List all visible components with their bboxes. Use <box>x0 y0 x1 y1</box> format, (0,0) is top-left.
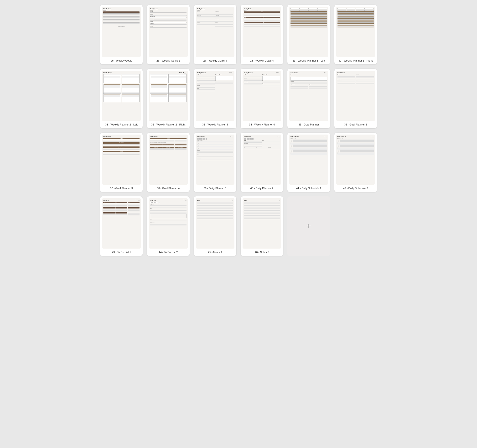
card-39[interactable]: Daily Planner Date: ___ MTWTFSS Today's … <box>194 133 236 192</box>
card-27[interactable]: Weekly Goals Week of: ___________ MONDAY… <box>194 5 236 64</box>
card-label-36: 36 - Goal Planner 2 <box>344 123 367 126</box>
card-label-26: 26 - Weekly Goals 2 <box>156 59 180 62</box>
card-label-44: 44 - To Do List 2 <box>159 251 178 254</box>
card-preview-33: Weekly Planner Work of: ___ Top Goals Go… <box>196 71 234 121</box>
card-preview-38: Goal Planner GOALS PART 1 PART 2 <box>149 135 187 185</box>
card-label-32: 32 - Weekly Planner 2 - Right <box>151 123 185 126</box>
card-label-42: 42 - Daily Schedule 2 <box>343 187 368 190</box>
card-preview-43: To Do List Week of: ___ MON TUE <box>102 198 141 249</box>
card-46[interactable]: Notes Date: ___ 46 - Notes 2 <box>241 196 283 256</box>
add-card[interactable]: + <box>287 196 330 256</box>
card-38[interactable]: Goal Planner GOALS PART 1 PART 2 <box>147 133 189 192</box>
card-label-35: 35 - Goal Planner <box>298 123 319 126</box>
card-preview-35: Goal Planner Date: ___ Goals: __________… <box>289 71 328 121</box>
card-37[interactable]: Goal Planner GOALS STRATEGIES ACTION STE… <box>100 133 143 192</box>
card-36[interactable]: Goal Planner Goals Strategies Action Ste… <box>334 69 377 128</box>
card-label-37: 37 - Goal Planner 3 <box>110 187 133 190</box>
card-preview-37: Goal Planner GOALS STRATEGIES ACTION STE… <box>102 135 141 185</box>
card-preview-34: Weekly Planner Work of: ___ Top Goals: S… <box>243 71 281 121</box>
card-preview-46: Notes Date: ___ <box>243 198 281 249</box>
card-41[interactable]: Daily Schedule Date: ___ Today's schedul… <box>287 133 330 192</box>
card-label-30: 30 - Weekly Planner 1 - Right <box>338 59 373 62</box>
card-preview-44: To Do List Date: ___ MTWTFSS Top priorit… <box>149 198 187 249</box>
card-preview-26: Weekly Goals Week of: ___________ MONDAY… <box>149 7 187 57</box>
card-label-43: 43 - To Do List 1 <box>112 251 131 254</box>
plus-icon: + <box>306 222 311 230</box>
card-preview-28: Weekly Goals Week of: ___________ MON WE… <box>243 7 281 57</box>
card-44[interactable]: To Do List Date: ___ MTWTFSS Top priorit… <box>147 196 189 256</box>
card-label-46: 46 - Notes 2 <box>255 251 269 254</box>
card-label-33: 33 - Weekly Planner 3 <box>202 123 228 126</box>
card-33[interactable]: Weekly Planner Work of: ___ Top Goals Go… <box>194 69 236 128</box>
card-32[interactable]: Work of: ___32 - Weekly Planner 2 - Righ… <box>147 69 189 128</box>
card-label-45: 45 - Notes 1 <box>208 251 222 254</box>
card-preview-40: Daily Planner Date: ___ MTWTFSS Goals: T… <box>243 135 281 185</box>
card-preview-27: Weekly Goals Week of: ___________ MONDAY… <box>196 7 234 57</box>
card-42[interactable]: Daily Schedule Date: ___ Today's schedul… <box>334 133 377 192</box>
card-25[interactable]: Weekly Goals Week of: ___________ ACHIEV… <box>100 5 143 64</box>
card-preview-39: Daily Planner Date: ___ MTWTFSS Today's … <box>196 135 234 185</box>
card-preview-29 <box>289 7 328 57</box>
card-preview-45: Notes Date: ___ <box>196 198 234 249</box>
card-43[interactable]: To Do List Week of: ___ MON TUE <box>100 196 143 256</box>
card-preview-25: Weekly Goals Week of: ___________ ACHIEV… <box>102 7 141 57</box>
card-26[interactable]: Weekly Goals Week of: ___________ MONDAY… <box>147 5 189 64</box>
card-34[interactable]: Weekly Planner Work of: ___ Top Goals: S… <box>241 69 283 128</box>
card-preview-42: Daily Schedule Date: ___ Today's schedul… <box>336 135 375 185</box>
card-29[interactable]: 29 - Weekly Planner 1 - Left <box>287 5 330 64</box>
card-35[interactable]: Goal Planner Date: ___ Goals: __________… <box>287 69 330 128</box>
card-preview-36: Goal Planner Goals Strategies Action Ste… <box>336 71 375 121</box>
card-label-38: 38 - Goal Planner 4 <box>157 187 179 190</box>
card-45[interactable]: Notes Date: ___ 45 - Notes 1 <box>194 196 236 256</box>
card-label-28: 28 - Weekly Goals 4 <box>250 59 274 62</box>
card-label-34: 34 - Weekly Planner 4 <box>249 123 275 126</box>
card-grid: Weekly Goals Week of: ___________ ACHIEV… <box>100 5 377 256</box>
card-40[interactable]: Daily Planner Date: ___ MTWTFSS Goals: T… <box>241 133 283 192</box>
card-28[interactable]: Weekly Goals Week of: ___________ MON WE… <box>241 5 283 64</box>
card-31[interactable]: Weekly Planner31 - Weekly Planner 2 - Le… <box>100 69 143 128</box>
card-label-25: 25 - Weekly Goals <box>111 59 132 62</box>
card-preview-30 <box>336 7 375 57</box>
card-preview-41: Daily Schedule Date: ___ Today's schedul… <box>289 135 328 185</box>
card-30[interactable]: 30 - Weekly Planner 1 - Right <box>334 5 377 64</box>
card-label-40: 40 - Daily Planner 2 <box>250 187 274 190</box>
card-preview-31: Weekly Planner <box>102 71 141 121</box>
card-label-27: 27 - Weekly Goals 3 <box>203 59 227 62</box>
card-preview-32: Work of: ___ <box>149 71 187 121</box>
card-label-41: 41 - Daily Schedule 1 <box>296 187 321 190</box>
card-label-29: 29 - Weekly Planner 1 - Left <box>292 59 325 62</box>
card-label-39: 39 - Daily Planner 1 <box>204 187 227 190</box>
card-label-31: 31 - Weekly Planner 2 - Left <box>105 123 138 126</box>
